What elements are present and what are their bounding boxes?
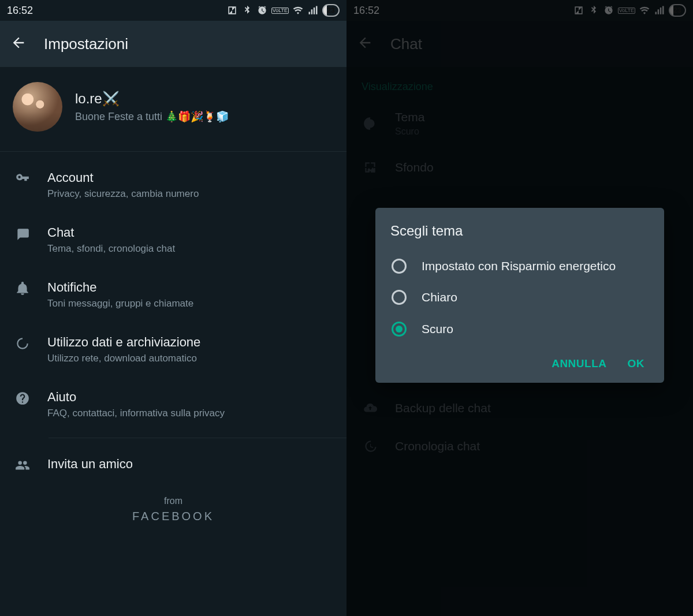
page-title: Impostazioni: [44, 35, 128, 53]
footer-brand: FACEBOOK: [0, 510, 346, 523]
battery-percent: 23: [673, 6, 681, 14]
theme-option-dark[interactable]: Scuro: [390, 313, 649, 345]
chat-icon: [14, 225, 31, 241]
signal-icon: [307, 5, 319, 16]
status-time: 16:52: [7, 5, 33, 17]
bell-icon: [14, 280, 31, 296]
settings-item-label: Aiuto: [47, 390, 225, 405]
radio-icon: [392, 259, 407, 274]
settings-item-sub: Tema, sfondi, cronologia chat: [47, 243, 175, 255]
settings-item-chat[interactable]: Chat Tema, sfondi, cronologia chat: [0, 212, 346, 267]
footer: from FACEBOOK: [0, 486, 346, 540]
divider: [49, 438, 346, 438]
settings-item-sub: Toni messaggi, gruppi e chiamate: [47, 298, 193, 309]
profile-name: lo.re⚔️: [75, 91, 229, 107]
settings-item-sub: FAQ, contattaci, informativa sulla priva…: [47, 408, 225, 419]
radio-icon: [392, 322, 407, 337]
battery-icon: 23: [322, 4, 340, 17]
theme-dialog: Scegli tema Impostato con Risparmio ener…: [375, 208, 664, 383]
radio-label: Chiaro: [422, 290, 457, 305]
settings-item-help[interactable]: Aiuto FAQ, contattaci, informativa sulla…: [0, 377, 346, 432]
nfc-icon: [226, 5, 238, 16]
settings-item-sub: Privacy, sicurezza, cambia numero: [47, 188, 199, 200]
settings-item-label: Notifiche: [47, 280, 193, 295]
settings-item-label: Chat: [47, 225, 175, 240]
people-icon: [14, 457, 31, 473]
profile-status: Buone Feste a tutti 🎄🎁🎉🍹🧊: [75, 110, 229, 123]
cancel-button[interactable]: ANNULLA: [552, 357, 606, 370]
back-arrow-icon[interactable]: [10, 35, 27, 53]
footer-from: from: [0, 496, 346, 506]
radio-label: Scuro: [422, 322, 453, 337]
radio-label: Impostato con Risparmio energetico: [422, 259, 616, 274]
avatar: [13, 82, 62, 132]
dialog-title: Scegli tema: [390, 223, 649, 239]
settings-item-data[interactable]: Utilizzo dati e archiviazione Utilizzo r…: [0, 322, 346, 377]
wifi-icon: [292, 5, 304, 16]
volte-icon: VoLTE: [271, 8, 289, 14]
alarm-icon: [256, 5, 268, 16]
theme-option-light[interactable]: Chiaro: [390, 282, 649, 313]
battery-percent: 23: [327, 6, 334, 14]
help-icon: [14, 390, 31, 406]
profile-row[interactable]: lo.re⚔️ Buone Feste a tutti 🎄🎁🎉🍹🧊: [0, 67, 346, 152]
settings-list: Account Privacy, sicurezza, cambia numer…: [0, 152, 346, 486]
app-header: Impostazioni: [0, 21, 346, 67]
settings-item-label: Invita un amico: [47, 457, 133, 472]
settings-item-account[interactable]: Account Privacy, sicurezza, cambia numer…: [0, 158, 346, 212]
settings-item-label: Utilizzo dati e archiviazione: [47, 335, 200, 350]
settings-item-label: Account: [47, 170, 199, 185]
status-bar: 16:52 VoLTE 23: [0, 0, 346, 21]
phone-settings: 16:52 VoLTE 23 Impostazioni: [0, 0, 346, 616]
data-icon: [14, 335, 31, 351]
phone-chat-settings: 16:52 VoLTE 23 Chat Visualizzazione: [346, 0, 693, 616]
settings-item-notifications[interactable]: Notifiche Toni messaggi, gruppi e chiama…: [0, 267, 346, 322]
bluetooth-icon: [241, 5, 253, 16]
key-icon: [14, 170, 31, 186]
radio-icon: [392, 290, 407, 305]
settings-item-invite[interactable]: Invita un amico: [0, 444, 346, 486]
theme-option-system[interactable]: Impostato con Risparmio energetico: [390, 251, 649, 282]
ok-button[interactable]: OK: [628, 357, 645, 370]
settings-item-sub: Utilizzo rete, download automatico: [47, 353, 200, 364]
